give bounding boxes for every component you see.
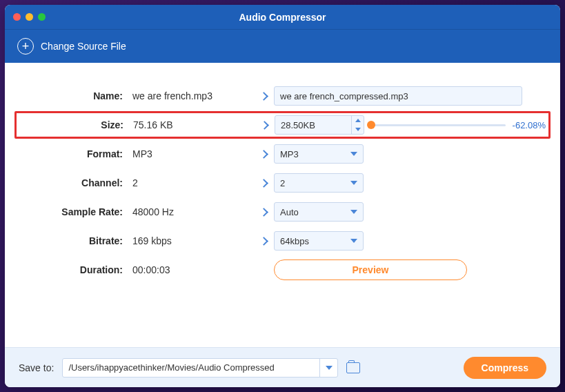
slider-thumb[interactable] <box>367 121 375 129</box>
app-window: Audio Compressor + Change Source File Na… <box>5 5 560 387</box>
save-path-text: /Users/ihappyacethinker/Movies/Audio Com… <box>63 362 319 373</box>
preview-button[interactable]: Preview <box>274 259 467 280</box>
footer: Save to: /Users/ihappyacethinker/Movies/… <box>5 347 560 387</box>
plus-icon: + <box>17 38 34 55</box>
compress-button[interactable]: Compress <box>464 357 546 379</box>
arrow-icon <box>254 119 275 131</box>
row-size: Size: 75.16 KB 28.50KB -62.08% <box>14 111 551 139</box>
name-orig: we are french.mp3 <box>132 90 253 101</box>
format-out: MP3 <box>280 149 299 159</box>
save-path-box[interactable]: /Users/ihappyacethinker/Movies/Audio Com… <box>62 358 338 378</box>
maximize-icon[interactable] <box>38 13 46 21</box>
chevron-down-icon <box>350 239 357 243</box>
size-slider[interactable] <box>371 124 506 126</box>
duration-label: Duration: <box>19 264 132 275</box>
size-spinner[interactable]: 28.50KB <box>275 115 364 135</box>
arrow-icon <box>253 90 274 102</box>
arrow-icon <box>253 235 274 247</box>
sample-label: Sample Rate: <box>19 206 132 217</box>
row-channel: Channel: 2 2 <box>19 169 546 197</box>
channel-label: Channel: <box>19 177 132 188</box>
sample-select[interactable]: Auto <box>274 202 364 222</box>
format-label: Format: <box>19 148 132 159</box>
chevron-down-icon <box>326 366 333 370</box>
bitrate-out: 64kbps <box>280 236 309 246</box>
arrow-icon <box>253 148 274 160</box>
size-orig: 75.16 KB <box>133 119 254 130</box>
chevron-down-icon <box>350 152 357 156</box>
close-icon[interactable] <box>13 13 21 21</box>
window-controls <box>13 13 46 21</box>
size-step-up[interactable] <box>352 116 364 125</box>
channel-out: 2 <box>280 178 285 188</box>
row-name: Name: we are french.mp3 <box>19 82 546 110</box>
row-duration: Duration: 00:00:03 Preview <box>19 256 546 284</box>
content-area: Name: we are french.mp3 Size: 75.16 KB 2… <box>5 63 560 347</box>
source-bar[interactable]: + Change Source File <box>5 30 560 63</box>
row-bitrate: Bitrate: 169 kbps 64kbps <box>19 227 546 255</box>
size-label: Size: <box>19 119 133 130</box>
bitrate-label: Bitrate: <box>19 235 132 246</box>
arrow-icon <box>253 206 274 218</box>
save-to-label: Save to: <box>19 362 54 373</box>
change-source-label: Change Source File <box>41 41 126 52</box>
size-step-down[interactable] <box>352 125 364 134</box>
folder-icon <box>346 362 360 373</box>
open-folder-button[interactable] <box>346 362 360 373</box>
channel-orig: 2 <box>132 177 253 188</box>
channel-select[interactable]: 2 <box>274 173 364 193</box>
row-sample-rate: Sample Rate: 48000 Hz Auto <box>19 198 546 226</box>
titlebar: Audio Compressor <box>5 5 560 30</box>
size-pct: -62.08% <box>513 120 546 130</box>
chevron-down-icon <box>350 181 357 185</box>
duration-orig: 00:00:03 <box>132 264 253 275</box>
sample-orig: 48000 Hz <box>132 206 253 217</box>
sample-out: Auto <box>280 207 299 217</box>
format-orig: MP3 <box>132 148 253 159</box>
name-label: Name: <box>19 90 132 101</box>
size-out: 28.50KB <box>281 120 315 130</box>
output-name-input[interactable] <box>274 86 522 106</box>
minimize-icon[interactable] <box>26 13 33 21</box>
bitrate-orig: 169 kbps <box>132 235 253 246</box>
arrow-icon <box>253 177 274 189</box>
row-format: Format: MP3 MP3 <box>19 140 546 168</box>
chevron-down-icon <box>350 210 357 214</box>
size-slider-wrap <box>371 124 506 126</box>
format-select[interactable]: MP3 <box>274 144 364 164</box>
preview-label: Preview <box>353 264 389 275</box>
compress-label: Compress <box>482 362 528 373</box>
bitrate-select[interactable]: 64kbps <box>274 231 364 251</box>
save-path-dropdown[interactable] <box>319 359 337 377</box>
window-title: Audio Compressor <box>5 12 560 23</box>
